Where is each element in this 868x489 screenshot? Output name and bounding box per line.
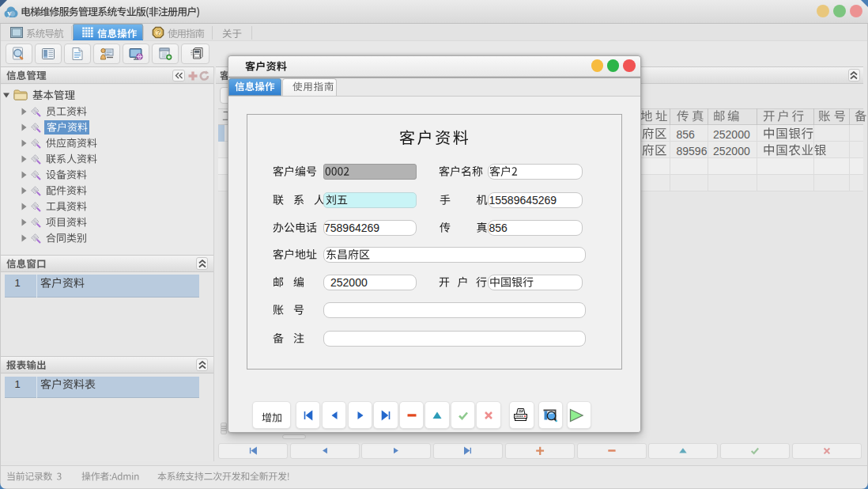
svg-text:y: y	[7, 8, 12, 17]
svg-text:?: ?	[157, 28, 160, 36]
